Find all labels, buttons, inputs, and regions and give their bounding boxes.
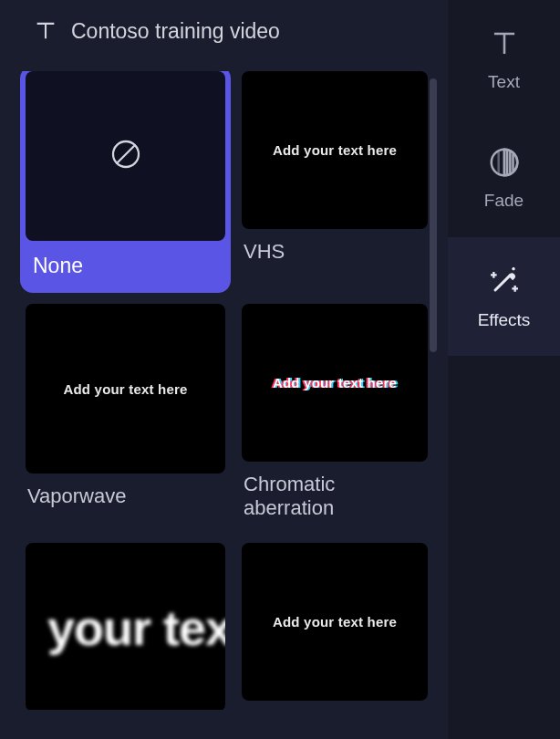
effects-grid: None Add your text here VHS Add your tex… <box>18 71 435 710</box>
sidebar-label: Text <box>488 72 520 92</box>
effect-card-none[interactable]: None <box>26 71 225 287</box>
effect-label: VHS <box>242 229 428 269</box>
effect-label: Chromatic aberration <box>242 462 428 526</box>
sidebar-label: Effects <box>478 310 531 330</box>
effects-icon <box>486 263 523 299</box>
sidebar-fade-tab[interactable]: Fade <box>448 119 560 237</box>
effect-label: Vaporwave <box>26 474 225 514</box>
effect-preview-text: Add your text here <box>63 381 187 397</box>
effect-card-crash-zoom[interactable]: your text Crash zoom <box>26 543 225 710</box>
effects-panel: Contoso training video None <box>0 0 448 739</box>
none-icon <box>107 135 145 177</box>
panel-title: Contoso training video <box>71 19 280 44</box>
sidebar-label: Fade <box>484 191 524 211</box>
sidebar-effects-tab[interactable]: Effects <box>448 237 560 356</box>
effects-grid-viewport: None Add your text here VHS Add your tex… <box>18 71 435 710</box>
effect-card-slow-zoom[interactable]: Add your text here Slow zoom <box>242 543 428 710</box>
effect-card-chromatic[interactable]: Add your text here Chromatic aberration <box>242 304 428 526</box>
text-caption-icon <box>33 18 58 44</box>
svg-line-1 <box>116 144 135 163</box>
effect-preview-text: Add your text here <box>273 142 397 158</box>
effect-card-vaporwave[interactable]: Add your text here Vaporwave <box>26 304 225 526</box>
effect-label: Slow zoom <box>242 701 428 710</box>
right-sidebar: Text Fade Effects <box>448 0 560 739</box>
effect-preview-text: Add your text here <box>273 375 397 390</box>
fade-icon <box>487 145 522 180</box>
effect-preview-text: Add your text here <box>273 614 397 630</box>
effect-preview-text: your text <box>47 599 225 656</box>
scrollbar[interactable] <box>430 78 437 352</box>
effect-card-vhs[interactable]: Add your text here VHS <box>242 71 428 287</box>
sidebar-text-tab[interactable]: Text <box>448 0 560 119</box>
effect-label: None <box>26 241 225 288</box>
panel-header: Contoso training video <box>18 18 435 44</box>
text-icon <box>487 26 522 61</box>
